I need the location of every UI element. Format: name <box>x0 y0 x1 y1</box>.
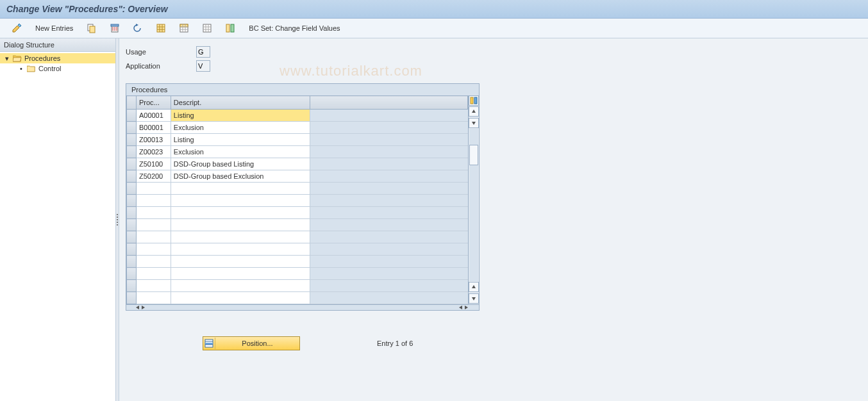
table-row[interactable]: Z50100DSD-Group based Listing <box>127 158 468 170</box>
row-selector[interactable] <box>127 146 137 158</box>
main-pane: www.tutorialkart.com Usage Application P… <box>119 38 868 401</box>
cell-proc[interactable]: Z50100 <box>137 158 171 170</box>
cell-desc-empty[interactable] <box>171 256 310 267</box>
tree-collapse-icon[interactable]: ▾ <box>4 54 10 63</box>
cell-desc-empty[interactable] <box>171 183 310 194</box>
cell-filler <box>310 207 467 219</box>
table-row-empty[interactable] <box>127 292 468 304</box>
cell-desc-empty[interactable] <box>171 195 310 206</box>
cell-proc-empty[interactable] <box>137 256 171 267</box>
cell-proc-empty[interactable] <box>137 231 171 243</box>
application-input[interactable] <box>196 60 210 72</box>
row-selector[interactable] <box>127 268 137 280</box>
cell-desc-empty[interactable] <box>171 280 310 291</box>
cell-desc-empty[interactable] <box>171 243 310 255</box>
row-select-header[interactable] <box>127 96 137 110</box>
row-selector[interactable] <box>127 183 137 195</box>
table-row-empty[interactable] <box>127 219 468 231</box>
cell-proc-empty[interactable] <box>137 219 171 231</box>
cell-desc[interactable]: Exclusion <box>171 146 310 158</box>
table-row[interactable]: Z00023Exclusion <box>127 146 468 158</box>
cell-proc[interactable]: Z50200 <box>137 170 171 182</box>
config-button[interactable] <box>220 20 240 36</box>
scroll-right-icon[interactable] <box>140 305 146 310</box>
table-row-empty[interactable] <box>127 280 468 292</box>
horizontal-scrollbar[interactable] <box>126 304 479 310</box>
table-row-empty[interactable] <box>127 268 468 280</box>
dialog-structure-tree[interactable]: ▾ Procedures • Control <box>0 52 115 401</box>
table-row-empty[interactable] <box>127 243 468 256</box>
row-selector[interactable] <box>127 292 137 304</box>
scroll-right2-icon[interactable] <box>463 305 469 310</box>
row-selector[interactable] <box>127 256 137 268</box>
select-block-button[interactable] <box>174 20 194 36</box>
cell-proc[interactable]: Z00013 <box>137 134 171 145</box>
row-selector[interactable] <box>127 207 137 219</box>
cell-desc[interactable]: DSD-Group based Listing <box>171 158 310 170</box>
cell-desc[interactable]: Listing <box>171 134 310 145</box>
row-selector[interactable] <box>127 219 137 231</box>
deselect-all-button[interactable] <box>197 20 217 36</box>
cell-proc-empty[interactable] <box>137 292 171 304</box>
new-entries-button[interactable]: New Entries <box>29 20 79 36</box>
vertical-scrollbar[interactable] <box>468 95 479 304</box>
delete-button[interactable] <box>104 20 125 36</box>
row-selector[interactable] <box>127 170 137 183</box>
cell-desc-empty[interactable] <box>171 231 310 243</box>
table-row[interactable]: B00001Exclusion <box>127 122 468 134</box>
position-button[interactable]: Position... <box>203 336 300 350</box>
cell-proc[interactable]: B00001 <box>137 122 171 133</box>
cell-desc-empty[interactable] <box>171 219 310 231</box>
row-selector[interactable] <box>127 243 137 256</box>
cell-proc-empty[interactable] <box>137 268 171 279</box>
table-row[interactable]: A00001Listing <box>127 110 468 122</box>
table-row-empty[interactable] <box>127 207 468 219</box>
copy-as-button[interactable] <box>81 20 102 36</box>
table-row-empty[interactable] <box>127 195 468 207</box>
cell-desc[interactable]: Listing <box>171 110 310 121</box>
scroll-down2-icon[interactable] <box>469 293 479 304</box>
table-row-empty[interactable] <box>127 183 468 195</box>
cell-proc-empty[interactable] <box>137 195 171 206</box>
row-selector[interactable] <box>127 158 137 170</box>
scroll-up2-icon[interactable] <box>469 282 479 292</box>
undo-button[interactable] <box>128 20 148 36</box>
table-row[interactable]: Z00013Listing <box>127 134 468 146</box>
scroll-left2-icon[interactable] <box>458 305 463 310</box>
row-selector[interactable] <box>127 110 137 122</box>
cell-proc-empty[interactable] <box>137 183 171 194</box>
scroll-left-icon[interactable] <box>135 305 140 310</box>
cell-proc-empty[interactable] <box>137 243 171 255</box>
usage-input[interactable] <box>196 46 210 58</box>
table-settings-icon[interactable] <box>469 95 479 106</box>
table-row-empty[interactable] <box>127 231 468 243</box>
cell-proc[interactable]: A00001 <box>137 110 171 121</box>
cell-desc[interactable]: DSD-Group based Exclusion <box>171 170 310 182</box>
row-selector[interactable] <box>127 231 137 243</box>
svg-rect-9 <box>231 24 234 32</box>
tree-item-control[interactable]: • Control <box>0 63 115 74</box>
cell-desc-empty[interactable] <box>171 207 310 218</box>
cell-desc-empty[interactable] <box>171 268 310 279</box>
cell-proc[interactable]: Z00023 <box>137 146 171 158</box>
toggle-display-change-button[interactable] <box>6 20 27 36</box>
row-selector[interactable] <box>127 280 137 292</box>
row-selector[interactable] <box>127 134 137 146</box>
cell-desc-empty[interactable] <box>171 292 310 304</box>
cell-proc-empty[interactable] <box>137 280 171 291</box>
col-header-proc[interactable]: Proc... <box>136 96 171 110</box>
usage-label: Usage <box>126 48 196 56</box>
row-selector[interactable] <box>127 195 137 207</box>
col-header-desc[interactable]: Descript. <box>171 96 310 110</box>
bc-set-button[interactable]: BC Set: Change Field Values <box>243 20 346 36</box>
table-row-empty[interactable] <box>127 256 468 268</box>
row-selector[interactable] <box>127 122 137 134</box>
table-row[interactable]: Z50200DSD-Group based Exclusion <box>127 170 468 183</box>
scroll-up-icon[interactable] <box>469 106 479 117</box>
scroll-down-icon[interactable] <box>469 118 479 128</box>
tree-item-procedures[interactable]: ▾ Procedures <box>0 53 115 63</box>
select-all-button[interactable] <box>151 20 171 36</box>
scroll-thumb[interactable] <box>469 145 478 165</box>
cell-proc-empty[interactable] <box>137 207 171 218</box>
cell-desc[interactable]: Exclusion <box>171 122 310 133</box>
